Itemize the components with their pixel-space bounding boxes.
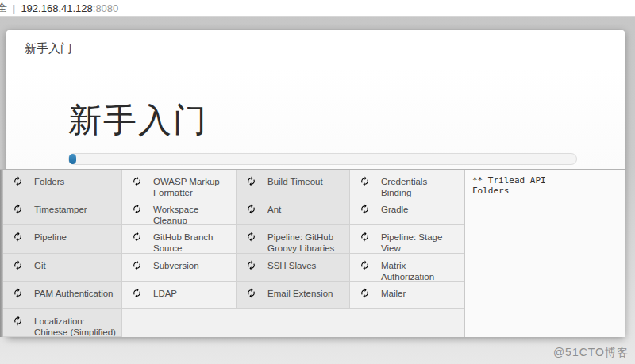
console-line: Folders: [472, 186, 620, 196]
plugin-label: LDAP: [153, 288, 177, 299]
dialog-title: 新手入门: [25, 41, 72, 56]
sync-arrows-icon: [13, 316, 23, 326]
plugin-label: PAM Authentication: [34, 288, 114, 299]
sync-arrows-icon: [246, 176, 256, 186]
sync-arrows-icon: [132, 232, 142, 242]
browser-address-bar[interactable]: 全 | 192.168.41.128 :8080: [0, 0, 635, 17]
sync-arrows-icon: [132, 176, 142, 186]
plugin-label: Workspace Cleanup: [153, 204, 231, 225]
plugin-grid: Folders OWASP Markup Formatter Build Tim…: [3, 170, 464, 337]
sync-arrows-icon: [132, 288, 142, 298]
plugin-cell: Credentials Binding: [350, 170, 464, 197]
plugin-label: Mailer: [381, 288, 406, 299]
plugin-cell: Pipeline: GitHub Groovy Libraries: [237, 225, 350, 253]
plugin-label: Subversion: [153, 260, 199, 271]
sync-arrows-icon: [360, 288, 370, 298]
address-prefix: 全: [0, 1, 7, 15]
plugin-cell: Build Timeout: [237, 170, 350, 197]
plugin-cell: Gradle: [350, 197, 464, 225]
install-progress-fill: [69, 154, 76, 164]
sync-arrows-icon: [13, 204, 23, 214]
sync-arrows-icon: [13, 260, 23, 270]
install-progress-bar: [68, 153, 577, 165]
address-separator: |: [13, 2, 15, 14]
hero-section: 新手入门: [6, 67, 625, 169]
sync-arrows-icon: [246, 204, 256, 214]
address-host: 192.168.41.128: [21, 2, 92, 14]
plugin-label: SSH Slaves: [267, 260, 316, 271]
sync-arrows-icon: [360, 260, 370, 270]
plugin-label: Gradle: [381, 204, 409, 215]
sync-arrows-icon: [13, 288, 23, 298]
plugin-cell: Email Extension: [237, 282, 350, 309]
console-line: ** Trilead API: [472, 175, 620, 186]
plugin-cell: Matrix Authorization Strategy: [350, 254, 464, 282]
plugin-cell: Localization: Chinese (Simplified): [3, 309, 122, 337]
plugin-cell: PAM Authentication: [3, 282, 122, 309]
sync-arrows-icon: [13, 176, 23, 186]
plugin-label: Folders: [34, 176, 64, 187]
plugin-cell: Subversion: [122, 254, 237, 282]
plugin-label: Build Timeout: [267, 176, 323, 187]
sync-arrows-icon: [132, 204, 142, 214]
plugin-cell: Git: [3, 254, 122, 282]
dialog-header: 新手入门: [6, 30, 625, 67]
plugin-label: Matrix Authorization Strategy: [381, 260, 459, 282]
plugin-label: Email Extension: [267, 288, 333, 299]
plugin-label: Pipeline: GitHub Groovy Libraries: [267, 232, 344, 253]
sync-arrows-icon: [360, 204, 370, 214]
sync-arrows-icon: [246, 260, 256, 270]
plugin-cell: LDAP: [122, 282, 237, 309]
plugin-cell: Mailer: [350, 282, 464, 309]
plugin-cell: Pipeline: [3, 225, 122, 253]
plugin-label: Timestamper: [34, 204, 87, 215]
plugin-cell: Folders: [3, 170, 122, 197]
plugin-label: Git: [34, 260, 46, 271]
plugin-label: GitHub Branch Source: [153, 232, 231, 253]
plugin-label: Localization: Chinese (Simplified): [34, 316, 117, 337]
plugin-install-panel: Folders OWASP Markup Formatter Build Tim…: [0, 169, 625, 337]
plugin-cell: SSH Slaves: [237, 254, 350, 282]
sync-arrows-icon: [246, 288, 256, 298]
sync-arrows-icon: [132, 260, 142, 270]
plugin-label: Pipeline: [34, 232, 67, 243]
page-title: 新手入门: [68, 104, 208, 137]
plugin-cell: Workspace Cleanup: [122, 197, 237, 225]
sync-arrows-icon: [360, 176, 370, 186]
watermark: @51CTO博客: [553, 346, 629, 360]
plugin-cell: GitHub Branch Source: [122, 225, 237, 253]
sync-arrows-icon: [13, 232, 23, 242]
plugin-label: Credentials Binding: [381, 176, 459, 197]
plugin-cell: OWASP Markup Formatter: [122, 170, 237, 197]
plugin-cell: Pipeline: Stage View: [350, 225, 464, 253]
sync-arrows-icon: [246, 232, 256, 242]
plugin-label: Pipeline: Stage View: [381, 232, 459, 253]
address-port: :8080: [93, 2, 119, 14]
plugin-label: OWASP Markup Formatter: [153, 176, 231, 197]
install-console: ** Trilead API Folders: [464, 170, 625, 337]
sync-arrows-icon: [360, 232, 370, 242]
plugin-cell: Timestamper: [3, 197, 122, 225]
plugin-cell: Ant: [237, 197, 350, 225]
getting-started-dialog: 新手入门 新手入门 Folders OWASP Markup Formatter…: [6, 30, 625, 337]
plugin-label: Ant: [267, 204, 281, 215]
